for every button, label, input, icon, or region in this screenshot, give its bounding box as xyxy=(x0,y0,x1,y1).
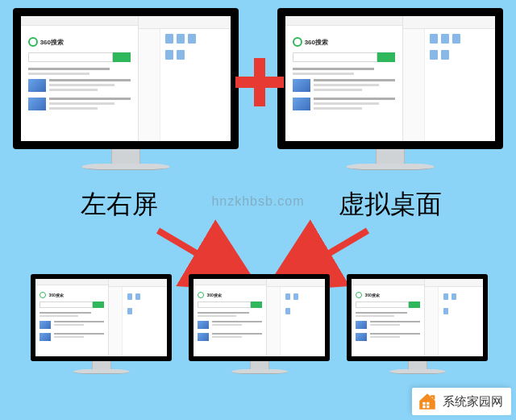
svg-rect-5 xyxy=(427,405,429,408)
svg-rect-4 xyxy=(422,405,425,408)
monitor-bottom-center: 360搜索 xyxy=(189,274,330,374)
search-input xyxy=(28,52,113,62)
house-icon xyxy=(417,391,438,412)
watermark-center: hnzkhbsb.com xyxy=(211,194,304,209)
svg-rect-3 xyxy=(427,402,429,405)
browser-chrome xyxy=(21,16,138,26)
diagram-canvas: 360搜索 xyxy=(0,0,516,420)
plus-icon: .plus-wrap .h{position:absolute;width:60… xyxy=(235,58,284,106)
monitor-screen: 360搜索 xyxy=(21,16,231,141)
search-brand: 360搜索 xyxy=(40,38,64,47)
label-left-right-screen: 左右屏 xyxy=(81,187,158,222)
svg-line-0 xyxy=(158,231,229,272)
search-logo-icon xyxy=(28,37,38,47)
svg-rect-2 xyxy=(422,402,425,405)
search-bar xyxy=(28,52,131,62)
result-thumb xyxy=(28,79,46,92)
monitor-bezel: 360搜索 xyxy=(13,8,239,149)
result-thumb xyxy=(28,98,46,110)
search-button xyxy=(113,52,131,62)
pane-browser: 360搜索 xyxy=(21,16,139,141)
label-virtual-desktop: 虚拟桌面 xyxy=(339,187,442,222)
watermark-corner-text: 系统家园网 xyxy=(443,394,503,410)
monitor-top-left: 360搜索 xyxy=(13,8,239,170)
search-logo-icon xyxy=(293,37,302,47)
monitor-top-right: 360搜索 xyxy=(277,8,503,170)
monitor-bottom-right: 360搜索 xyxy=(347,274,488,374)
pane-file-manager xyxy=(139,16,231,141)
monitor-bottom-left: 360搜索 xyxy=(31,274,172,374)
watermark-corner: 系统家园网 xyxy=(412,388,511,415)
search-brand: 360搜索 xyxy=(305,38,328,47)
svg-line-1 xyxy=(297,231,368,272)
